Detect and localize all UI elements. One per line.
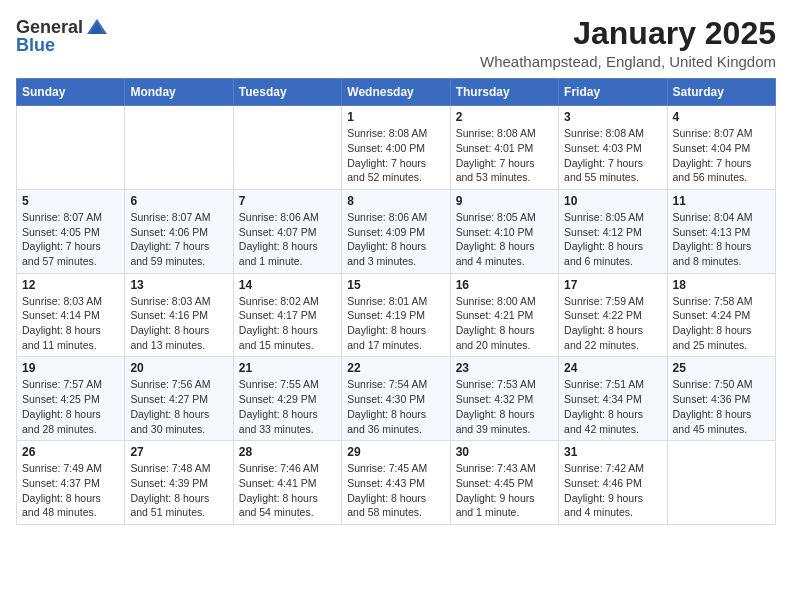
day-info: Sunrise: 7:59 AM Sunset: 4:22 PM Dayligh… (564, 294, 661, 353)
calendar-cell: 22Sunrise: 7:54 AM Sunset: 4:30 PM Dayli… (342, 357, 450, 441)
day-info: Sunrise: 7:56 AM Sunset: 4:27 PM Dayligh… (130, 377, 227, 436)
day-info: Sunrise: 8:05 AM Sunset: 4:12 PM Dayligh… (564, 210, 661, 269)
weekday-header-thursday: Thursday (450, 79, 558, 106)
month-title: January 2025 (480, 16, 776, 51)
day-info: Sunrise: 7:55 AM Sunset: 4:29 PM Dayligh… (239, 377, 336, 436)
calendar-cell: 5Sunrise: 8:07 AM Sunset: 4:05 PM Daylig… (17, 189, 125, 273)
calendar-cell (125, 106, 233, 190)
day-number: 18 (673, 278, 770, 292)
day-number: 14 (239, 278, 336, 292)
day-info: Sunrise: 7:50 AM Sunset: 4:36 PM Dayligh… (673, 377, 770, 436)
calendar-cell: 31Sunrise: 7:42 AM Sunset: 4:46 PM Dayli… (559, 441, 667, 525)
calendar-cell: 19Sunrise: 7:57 AM Sunset: 4:25 PM Dayli… (17, 357, 125, 441)
day-info: Sunrise: 7:53 AM Sunset: 4:32 PM Dayligh… (456, 377, 553, 436)
day-number: 2 (456, 110, 553, 124)
day-number: 5 (22, 194, 119, 208)
calendar-cell: 21Sunrise: 7:55 AM Sunset: 4:29 PM Dayli… (233, 357, 341, 441)
calendar-cell (667, 441, 775, 525)
calendar-cell: 8Sunrise: 8:06 AM Sunset: 4:09 PM Daylig… (342, 189, 450, 273)
day-info: Sunrise: 8:07 AM Sunset: 4:05 PM Dayligh… (22, 210, 119, 269)
day-number: 15 (347, 278, 444, 292)
calendar-cell (17, 106, 125, 190)
day-info: Sunrise: 8:00 AM Sunset: 4:21 PM Dayligh… (456, 294, 553, 353)
day-number: 28 (239, 445, 336, 459)
day-info: Sunrise: 7:58 AM Sunset: 4:24 PM Dayligh… (673, 294, 770, 353)
calendar-table: SundayMondayTuesdayWednesdayThursdayFrid… (16, 78, 776, 525)
calendar-cell: 28Sunrise: 7:46 AM Sunset: 4:41 PM Dayli… (233, 441, 341, 525)
calendar-cell: 17Sunrise: 7:59 AM Sunset: 4:22 PM Dayli… (559, 273, 667, 357)
day-info: Sunrise: 7:51 AM Sunset: 4:34 PM Dayligh… (564, 377, 661, 436)
calendar-cell: 10Sunrise: 8:05 AM Sunset: 4:12 PM Dayli… (559, 189, 667, 273)
page-header: General Blue January 2025 Wheathampstead… (16, 16, 776, 70)
day-info: Sunrise: 7:46 AM Sunset: 4:41 PM Dayligh… (239, 461, 336, 520)
day-number: 10 (564, 194, 661, 208)
weekday-header-friday: Friday (559, 79, 667, 106)
day-info: Sunrise: 7:57 AM Sunset: 4:25 PM Dayligh… (22, 377, 119, 436)
calendar-week-row: 12Sunrise: 8:03 AM Sunset: 4:14 PM Dayli… (17, 273, 776, 357)
day-number: 21 (239, 361, 336, 375)
location-title: Wheathampstead, England, United Kingdom (480, 53, 776, 70)
calendar-cell: 9Sunrise: 8:05 AM Sunset: 4:10 PM Daylig… (450, 189, 558, 273)
day-number: 19 (22, 361, 119, 375)
day-number: 13 (130, 278, 227, 292)
calendar-cell: 24Sunrise: 7:51 AM Sunset: 4:34 PM Dayli… (559, 357, 667, 441)
day-number: 7 (239, 194, 336, 208)
day-info: Sunrise: 7:45 AM Sunset: 4:43 PM Dayligh… (347, 461, 444, 520)
weekday-header-tuesday: Tuesday (233, 79, 341, 106)
day-number: 29 (347, 445, 444, 459)
logo-icon (85, 16, 109, 40)
day-info: Sunrise: 8:06 AM Sunset: 4:09 PM Dayligh… (347, 210, 444, 269)
day-number: 24 (564, 361, 661, 375)
day-info: Sunrise: 8:08 AM Sunset: 4:03 PM Dayligh… (564, 126, 661, 185)
logo: General Blue (16, 16, 109, 56)
day-info: Sunrise: 8:05 AM Sunset: 4:10 PM Dayligh… (456, 210, 553, 269)
calendar-cell: 3Sunrise: 8:08 AM Sunset: 4:03 PM Daylig… (559, 106, 667, 190)
title-area: January 2025 Wheathampstead, England, Un… (480, 16, 776, 70)
weekday-header-sunday: Sunday (17, 79, 125, 106)
calendar-week-row: 19Sunrise: 7:57 AM Sunset: 4:25 PM Dayli… (17, 357, 776, 441)
day-info: Sunrise: 8:07 AM Sunset: 4:06 PM Dayligh… (130, 210, 227, 269)
calendar-cell: 2Sunrise: 8:08 AM Sunset: 4:01 PM Daylig… (450, 106, 558, 190)
calendar-cell: 4Sunrise: 8:07 AM Sunset: 4:04 PM Daylig… (667, 106, 775, 190)
day-info: Sunrise: 8:04 AM Sunset: 4:13 PM Dayligh… (673, 210, 770, 269)
calendar-cell: 25Sunrise: 7:50 AM Sunset: 4:36 PM Dayli… (667, 357, 775, 441)
day-number: 1 (347, 110, 444, 124)
day-number: 4 (673, 110, 770, 124)
day-number: 26 (22, 445, 119, 459)
calendar-cell: 30Sunrise: 7:43 AM Sunset: 4:45 PM Dayli… (450, 441, 558, 525)
day-number: 8 (347, 194, 444, 208)
day-number: 9 (456, 194, 553, 208)
day-number: 22 (347, 361, 444, 375)
day-info: Sunrise: 7:42 AM Sunset: 4:46 PM Dayligh… (564, 461, 661, 520)
calendar-cell: 26Sunrise: 7:49 AM Sunset: 4:37 PM Dayli… (17, 441, 125, 525)
day-info: Sunrise: 8:08 AM Sunset: 4:00 PM Dayligh… (347, 126, 444, 185)
calendar-week-row: 26Sunrise: 7:49 AM Sunset: 4:37 PM Dayli… (17, 441, 776, 525)
calendar-cell: 13Sunrise: 8:03 AM Sunset: 4:16 PM Dayli… (125, 273, 233, 357)
day-number: 23 (456, 361, 553, 375)
day-number: 27 (130, 445, 227, 459)
day-number: 3 (564, 110, 661, 124)
day-info: Sunrise: 7:54 AM Sunset: 4:30 PM Dayligh… (347, 377, 444, 436)
day-info: Sunrise: 8:08 AM Sunset: 4:01 PM Dayligh… (456, 126, 553, 185)
day-info: Sunrise: 8:07 AM Sunset: 4:04 PM Dayligh… (673, 126, 770, 185)
calendar-cell: 11Sunrise: 8:04 AM Sunset: 4:13 PM Dayli… (667, 189, 775, 273)
calendar-cell: 23Sunrise: 7:53 AM Sunset: 4:32 PM Dayli… (450, 357, 558, 441)
calendar-cell: 12Sunrise: 8:03 AM Sunset: 4:14 PM Dayli… (17, 273, 125, 357)
day-info: Sunrise: 8:06 AM Sunset: 4:07 PM Dayligh… (239, 210, 336, 269)
calendar-cell: 1Sunrise: 8:08 AM Sunset: 4:00 PM Daylig… (342, 106, 450, 190)
weekday-header-row: SundayMondayTuesdayWednesdayThursdayFrid… (17, 79, 776, 106)
day-info: Sunrise: 7:48 AM Sunset: 4:39 PM Dayligh… (130, 461, 227, 520)
day-info: Sunrise: 8:02 AM Sunset: 4:17 PM Dayligh… (239, 294, 336, 353)
calendar-cell: 16Sunrise: 8:00 AM Sunset: 4:21 PM Dayli… (450, 273, 558, 357)
calendar-week-row: 1Sunrise: 8:08 AM Sunset: 4:00 PM Daylig… (17, 106, 776, 190)
calendar-cell (233, 106, 341, 190)
calendar-cell: 15Sunrise: 8:01 AM Sunset: 4:19 PM Dayli… (342, 273, 450, 357)
day-number: 20 (130, 361, 227, 375)
calendar-week-row: 5Sunrise: 8:07 AM Sunset: 4:05 PM Daylig… (17, 189, 776, 273)
calendar-cell: 27Sunrise: 7:48 AM Sunset: 4:39 PM Dayli… (125, 441, 233, 525)
day-number: 11 (673, 194, 770, 208)
day-info: Sunrise: 7:49 AM Sunset: 4:37 PM Dayligh… (22, 461, 119, 520)
weekday-header-monday: Monday (125, 79, 233, 106)
calendar-cell: 18Sunrise: 7:58 AM Sunset: 4:24 PM Dayli… (667, 273, 775, 357)
day-number: 16 (456, 278, 553, 292)
